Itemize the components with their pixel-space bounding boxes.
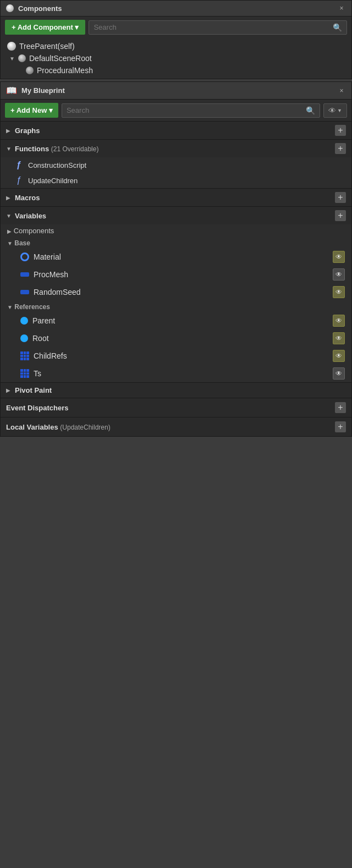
functions-title: Functions (21 Overridable) (15, 145, 332, 153)
macros-title: Macros (15, 194, 332, 202)
blueprint-search-icon: 🔍 (306, 106, 315, 115)
base-label: Base (14, 239, 30, 247)
event-dispatchers-title: Event Dispatchers (6, 404, 332, 412)
pivot-paint-section-header[interactable]: Pivot Paint (1, 382, 351, 398)
root-eye-button[interactable]: 👁 (333, 332, 345, 344)
local-variables-section-header[interactable]: Local Variables (UpdateChildren) + (1, 417, 351, 436)
variables-add-button[interactable]: + (335, 210, 346, 221)
add-new-button[interactable]: + Add New ▾ (5, 103, 58, 118)
components-close-button[interactable]: × (337, 4, 346, 13)
functions-arrow (6, 146, 12, 152)
var-item-material[interactable]: Material 👁 (1, 248, 351, 266)
procmesh-icon (20, 272, 29, 277)
randomseed-eye-button[interactable]: 👁 (333, 286, 345, 298)
local-variables-title: Local Variables (UpdateChildren) (6, 423, 332, 431)
childrefs-eye-button[interactable]: 👁 (333, 350, 345, 362)
references-group-header: References (1, 301, 351, 312)
var-item-randomseed[interactable]: RandomSeed 👁 (1, 283, 351, 301)
blueprint-search-box: 🔍 (62, 103, 320, 118)
graphs-arrow (6, 128, 12, 134)
blueprint-panel-header: 📖 My Blueprint × (1, 82, 351, 100)
components-search-icon: 🔍 (333, 23, 342, 32)
variables-title: Variables (15, 212, 332, 220)
eye-icon: 👁 (328, 106, 336, 115)
treeparent-label: TreeParent(self) (19, 42, 75, 51)
var-item-procmesh[interactable]: ProcMesh 👁 (1, 266, 351, 283)
procmesh-eye-button[interactable]: 👁 (333, 268, 345, 281)
material-eye-icon: 👁 (336, 253, 342, 261)
components-search-input[interactable] (94, 23, 331, 31)
functions-add-button[interactable]: + (335, 143, 346, 154)
ts-label: Ts (34, 369, 41, 378)
blueprint-book-icon: 📖 (6, 85, 17, 96)
randomseed-label: RandomSeed (34, 288, 81, 296)
components-tree: TreeParent(self) DefaultSceneRoot Proced… (1, 38, 351, 79)
var-item-parent[interactable]: Parent 👁 (1, 312, 351, 329)
blueprint-panel: 📖 My Blueprint × + Add New ▾ 🔍 👁 ▼ Graph… (0, 81, 352, 437)
childrefs-eye-icon: 👁 (336, 352, 342, 360)
event-dispatchers-section-header[interactable]: Event Dispatchers + (1, 398, 351, 417)
ts-eye-icon: 👁 (336, 370, 342, 377)
base-arrow (7, 240, 13, 246)
tree-item-treeparent[interactable]: TreeParent(self) (1, 40, 351, 52)
blueprint-close-button[interactable]: × (337, 86, 346, 95)
event-dispatchers-add-button[interactable]: + (335, 402, 346, 413)
add-component-button[interactable]: + Add Component ▾ (5, 20, 85, 35)
randomseed-icon (20, 290, 29, 294)
components-group-label: Components (14, 227, 54, 235)
functions-subtitle: (21 Overridable) (51, 145, 99, 153)
local-variables-add-button[interactable]: + (335, 421, 346, 432)
variables-section-header[interactable]: Variables + (1, 206, 351, 224)
procmesh-eye-icon: 👁 (336, 271, 342, 278)
graphs-add-button[interactable]: + (335, 125, 346, 136)
parent-eye-button[interactable]: 👁 (333, 315, 345, 327)
constructionscript-icon: ƒ (14, 160, 24, 170)
references-label: References (14, 303, 50, 311)
var-item-root[interactable]: Root 👁 (1, 329, 351, 347)
macros-add-button[interactable]: + (335, 192, 346, 203)
updatechildren-icon: ƒ (14, 175, 24, 185)
components-search-box: 🔍 (89, 20, 347, 35)
macros-section-header[interactable]: Macros + (1, 188, 351, 206)
blueprint-eye-button[interactable]: 👁 ▼ (323, 103, 347, 118)
base-group-header: Base (1, 237, 351, 248)
childrefs-label: ChildRefs (34, 351, 67, 360)
root-label: Root (32, 334, 49, 343)
tree-item-defaultsceneroot[interactable]: DefaultSceneRoot (1, 52, 351, 64)
parent-icon (20, 317, 28, 325)
pivot-paint-title: Pivot Paint (15, 386, 346, 394)
constructionscript-label: ConstructionScript (28, 161, 86, 169)
updatechildren-label: UpdateChildren (28, 177, 78, 185)
material-eye-button[interactable]: 👁 (333, 251, 345, 263)
components-panel: Components × + Add Component ▾ 🔍 TreePar… (0, 0, 352, 79)
graphs-section-header[interactable]: Graphs + (1, 121, 351, 139)
local-variables-subtitle: (UpdateChildren) (60, 424, 110, 431)
components-panel-header: Components × (1, 1, 351, 17)
variables-components-group[interactable]: Components (1, 224, 351, 237)
components-toolbar: + Add Component ▾ 🔍 (1, 17, 351, 38)
var-item-childrefs[interactable]: ChildRefs 👁 (1, 347, 351, 365)
parent-label: Parent (32, 316, 55, 325)
proceduralmesh-icon (26, 67, 34, 74)
functions-section-header[interactable]: Functions (21 Overridable) + (1, 139, 351, 157)
func-item-constructionscript[interactable]: ƒ ConstructionScript (1, 157, 351, 173)
tree-item-proceduralmesh[interactable]: ProceduralMesh (1, 64, 351, 76)
components-panel-title: Components (18, 4, 333, 13)
defaultsceneroot-label: DefaultSceneRoot (29, 54, 92, 63)
proceduralmesh-label: ProceduralMesh (37, 66, 93, 75)
material-label: Material (34, 252, 61, 261)
ts-eye-button[interactable]: 👁 (333, 367, 345, 380)
references-arrow (7, 304, 13, 310)
func-item-updatechildren[interactable]: ƒ UpdateChildren (1, 173, 351, 188)
defaultsceneroot-icon (18, 54, 26, 62)
pivot-paint-arrow (6, 387, 12, 393)
procmesh-label: ProcMesh (34, 270, 68, 279)
treeparent-icon (7, 42, 16, 51)
root-icon (20, 334, 28, 342)
var-item-ts[interactable]: Ts 👁 (1, 365, 351, 382)
macros-arrow (6, 195, 12, 201)
blueprint-search-input[interactable] (67, 106, 304, 114)
blueprint-toolbar: + Add New ▾ 🔍 👁 ▼ (1, 100, 351, 121)
variables-arrow (6, 213, 12, 219)
ts-icon (20, 369, 29, 378)
